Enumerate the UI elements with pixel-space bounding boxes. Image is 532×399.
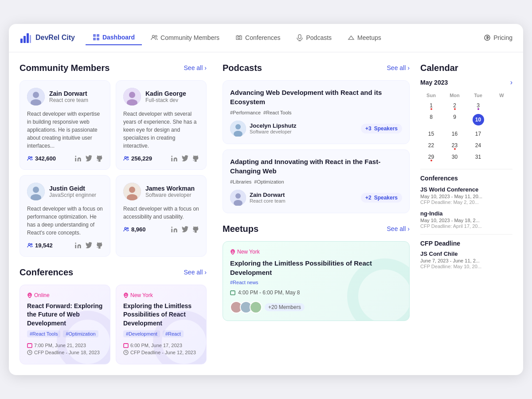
podcast-tags: #Libraries #Optimization: [230, 179, 402, 184]
cal-cfp-event: JS Conf Chile June 7, 2023 - June 11, 2.…: [420, 250, 512, 269]
svg-point-9: [155, 35, 157, 37]
social-icons: [171, 155, 199, 162]
conferences-see-all[interactable]: See all ›: [184, 269, 207, 276]
community-see-all[interactable]: See all ›: [184, 64, 207, 71]
meetup-members: +20 Members: [230, 301, 402, 313]
member-followers: 8,960: [123, 226, 146, 233]
podcast-card: Adapting and Innovating with React in th…: [223, 149, 410, 213]
member-bio: React developer with a focus on accessib…: [123, 205, 199, 221]
cal-day-header: Sun: [420, 92, 442, 99]
svg-point-46: [125, 294, 127, 296]
github-icon[interactable]: [192, 226, 199, 233]
nav-pricing[interactable]: Pricing: [484, 34, 512, 41]
nav-dashboard[interactable]: Dashboard: [86, 30, 142, 45]
conferences-section: Conferences See all › Online React Forwa…: [20, 267, 207, 365]
member-name: James Workman: [145, 185, 195, 192]
cal-day[interactable]: 15: [420, 129, 442, 139]
nav-conferences[interactable]: Conferences: [228, 31, 287, 45]
conf-card: Online React Forward: Exploring the Futu…: [20, 285, 110, 365]
cal-day-header: Tue: [467, 92, 489, 99]
logo[interactable]: DevRel City: [20, 31, 75, 44]
calendar-nav: May 2023 ›: [420, 78, 512, 86]
twitter-icon[interactable]: [181, 155, 188, 162]
cal-day[interactable]: 29: [420, 152, 442, 162]
svg-point-32: [28, 243, 30, 245]
member-name: Zain Dorwart: [49, 90, 88, 97]
cal-day[interactable]: 16: [444, 129, 466, 139]
linkedin-icon[interactable]: [74, 155, 82, 162]
cal-cfp-title: CFP Deadline: [420, 240, 512, 247]
cal-day[interactable]: 30: [444, 152, 466, 162]
cal-day[interactable]: 3: [467, 101, 489, 110]
cal-day[interactable]: 22: [420, 141, 442, 150]
divider: [420, 234, 512, 235]
svg-point-24: [129, 92, 135, 98]
member-card: Kadin George Full-stack dev React develo…: [116, 80, 207, 170]
svg-point-20: [28, 156, 30, 158]
svg-point-34: [75, 243, 76, 244]
cal-day[interactable]: 10: [467, 112, 489, 127]
twitter-icon[interactable]: [181, 226, 188, 233]
cal-day[interactable]: [491, 112, 512, 127]
member-bio: React developer with a focus on performa…: [27, 205, 103, 237]
member-followers: 342,600: [27, 155, 56, 162]
cal-next-icon[interactable]: ›: [510, 78, 512, 86]
svg-rect-4: [93, 34, 96, 37]
cal-day[interactable]: 8: [420, 112, 442, 127]
social-icons: [74, 155, 103, 162]
cal-day[interactable]: [491, 152, 512, 162]
svg-point-10: [238, 37, 240, 39]
meetup-title: Exploring the Limitless Possibilities of…: [230, 258, 402, 277]
members-grid: Zain Dorwart React core team React devel…: [20, 80, 207, 257]
podcast-title: Adapting and Innovating with React in th…: [230, 157, 402, 176]
nav-meetups[interactable]: Meetups: [340, 31, 388, 45]
meetups-header: Meetups See all ›: [223, 224, 410, 234]
podcast-title: Advancing Web Development with React and…: [230, 88, 402, 106]
cal-day[interactable]: 17: [467, 129, 489, 139]
github-icon[interactable]: [96, 155, 103, 162]
linkedin-icon[interactable]: [171, 155, 178, 162]
cal-day[interactable]: 24: [467, 141, 489, 150]
svg-point-33: [31, 243, 32, 245]
github-icon[interactable]: [192, 155, 199, 162]
conferences-title: Conferences: [20, 267, 73, 278]
nav-items: Dashboard Community Members C: [86, 30, 480, 45]
meetup-tag: #React news: [230, 280, 402, 285]
cal-day[interactable]: 23: [444, 141, 466, 150]
member-card: Justin Geidt JavaScript enginner React d…: [20, 175, 110, 257]
cal-day[interactable]: 1: [420, 101, 442, 110]
twitter-icon[interactable]: [85, 242, 92, 249]
nav-podcasts[interactable]: Podcasts: [289, 31, 339, 45]
linkedin-icon[interactable]: [74, 242, 82, 249]
cal-day[interactable]: [491, 101, 512, 110]
middle-column: Podcasts See all › Advancing Web Develop…: [217, 63, 415, 365]
member-card: James Workman Software developer React d…: [116, 175, 207, 257]
cal-day[interactable]: 31: [467, 152, 489, 162]
conf-card: New York Exploring the Limitless Possibi…: [116, 285, 207, 365]
cal-day[interactable]: [491, 141, 512, 150]
cal-day[interactable]: 9: [444, 112, 466, 127]
social-icons: [171, 226, 199, 233]
meetups-see-all[interactable]: See all ›: [387, 225, 410, 232]
svg-point-22: [75, 156, 76, 157]
svg-point-36: [129, 187, 135, 193]
linkedin-icon[interactable]: [171, 226, 178, 233]
speaker-role: Software developer: [250, 129, 296, 134]
conf-tags: #React Tools #Optimization: [27, 330, 103, 337]
conf-cfp: CFP Deadline - June 18, 2023: [27, 350, 103, 355]
speaker-name: Zain Dorwart: [250, 192, 286, 198]
svg-rect-1: [23, 36, 26, 43]
cal-day[interactable]: [491, 129, 512, 139]
podcasts-see-all[interactable]: See all ›: [387, 64, 410, 71]
community-header: Community Members See all ›: [20, 63, 207, 73]
conf-time: 6:00 PM, June 17, 2023: [123, 343, 199, 348]
svg-point-8: [153, 35, 155, 38]
speaker-avatar: [230, 121, 246, 137]
svg-point-52: [235, 124, 241, 129]
cal-day[interactable]: 2: [444, 101, 466, 110]
github-icon[interactable]: [96, 242, 103, 249]
conf-title: Exploring the Limitless Possibilities of…: [123, 302, 199, 328]
left-column: Community Members See all ›: [20, 63, 217, 365]
twitter-icon[interactable]: [85, 155, 92, 162]
nav-community[interactable]: Community Members: [144, 31, 227, 45]
